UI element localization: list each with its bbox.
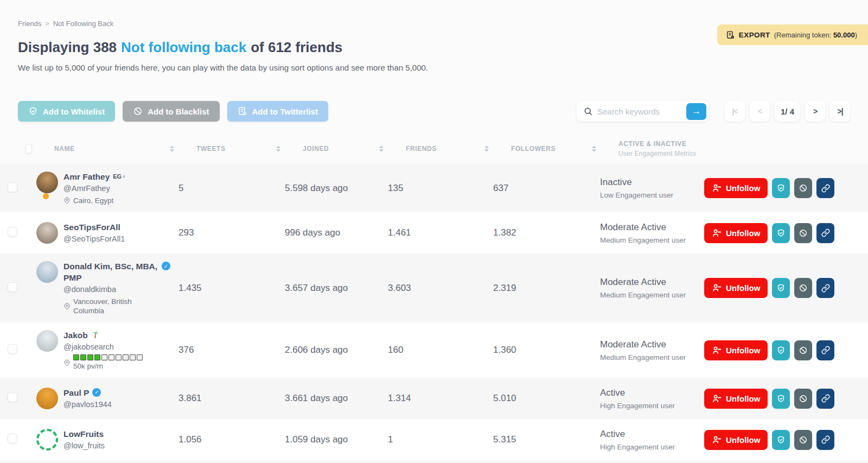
header-friends[interactable]: FRIENDS	[398, 145, 503, 153]
avatar[interactable]	[36, 222, 58, 244]
engagement-cell: Moderate Active Medium Engagement user	[592, 222, 701, 244]
user-name[interactable]: Jakob	[63, 329, 88, 341]
table-row: Donald Kim, BSc, MBA, PMP ✓ @donaldkimba…	[0, 253, 868, 322]
row-checkbox[interactable]	[8, 282, 17, 292]
sort-icon[interactable]	[276, 145, 280, 152]
sort-icon[interactable]	[484, 145, 489, 152]
followers-value: 1.382	[485, 227, 592, 238]
user-handle[interactable]: @SeoTipsForAll1	[63, 233, 125, 245]
user-name[interactable]: Amr Fathey	[63, 171, 110, 182]
user-name[interactable]: LowFruits	[63, 428, 104, 440]
block-button[interactable]	[794, 223, 812, 243]
title-highlight: Not following back	[121, 39, 246, 56]
avatar[interactable]	[36, 172, 58, 193]
row-actions: Unfollow	[701, 430, 868, 450]
unfollow-button[interactable]: Unfollow	[704, 430, 768, 450]
user-name[interactable]: SeoTipsForAll	[63, 221, 120, 233]
whitelist-button[interactable]	[772, 430, 790, 450]
pagination-prev-button[interactable]: <	[750, 101, 770, 122]
export-icon	[726, 30, 735, 40]
avatar[interactable]	[36, 261, 58, 283]
row-checkbox[interactable]	[8, 227, 17, 237]
avatar[interactable]	[36, 429, 58, 451]
block-icon	[799, 229, 808, 238]
status-dot-icon	[43, 193, 49, 199]
user-handle[interactable]: @donaldkimba	[63, 284, 170, 295]
breadcrumb-current: Not Following Back	[53, 20, 113, 28]
add-to-whitelist-button[interactable]: Add to Whitelist	[18, 101, 115, 122]
pagination-last-button[interactable]: >|	[830, 101, 850, 122]
pagination: |< < 1/ 4 > >|	[725, 101, 850, 122]
pagination-page-indicator: 1/ 4	[775, 101, 800, 122]
avatar[interactable]	[36, 388, 58, 409]
user-name[interactable]: Paul P	[63, 387, 89, 398]
whitelist-button[interactable]	[772, 223, 790, 243]
block-button[interactable]	[794, 278, 812, 298]
unfollow-button[interactable]: Unfollow	[704, 223, 768, 243]
shield-check-icon	[776, 346, 786, 355]
table-body: Amr Fathey EG♀ @AmrFathey Cairo, Egypt	[0, 164, 868, 463]
profile-link-button[interactable]	[816, 278, 834, 298]
search-input[interactable]	[597, 107, 686, 116]
profile-link-button[interactable]	[816, 223, 834, 243]
location-row: Cairo, Egypt	[63, 196, 126, 205]
engagement-cell: Active High Engagement user	[592, 388, 701, 410]
sort-icon[interactable]	[379, 145, 384, 152]
block-button[interactable]	[794, 389, 812, 409]
search-icon	[583, 106, 593, 116]
user-handle[interactable]: @pavlos1944	[63, 399, 112, 410]
user-handle[interactable]: @AmrFathey	[63, 183, 126, 194]
header-followers[interactable]: FOLLOWERS	[503, 145, 610, 153]
search-submit-button[interactable]: →	[686, 103, 706, 120]
unfollow-button[interactable]: Unfollow	[704, 340, 768, 360]
row-checkbox[interactable]	[8, 344, 17, 354]
search-box: →	[577, 101, 709, 122]
engagement-level: Medium Engagement user	[600, 236, 701, 244]
followers-value: 2.319	[485, 283, 592, 294]
block-button[interactable]	[794, 430, 812, 450]
activity-status: Active	[600, 388, 701, 398]
person-minus-icon	[712, 345, 722, 356]
profile-link-button[interactable]	[816, 430, 834, 450]
user-handle[interactable]: @jakobsearch	[63, 341, 143, 353]
profile-link-button[interactable]	[816, 340, 834, 360]
pagination-next-button[interactable]: >	[805, 101, 825, 122]
tweets-value: 1.435	[170, 283, 277, 294]
unfollow-button[interactable]: Unfollow	[704, 178, 768, 198]
row-checkbox[interactable]	[8, 434, 17, 443]
export-button[interactable]: EXPORT (Remaining token: 50.000)	[717, 24, 868, 45]
add-to-twitterlist-button[interactable]: Add to Twitterlist	[227, 101, 328, 122]
engagement-cell: Inactive Low Engagement user	[592, 177, 701, 199]
user-cell: Jakob @jakobsearch 50k pv/m	[28, 329, 170, 371]
select-all-checkbox[interactable]	[25, 144, 32, 154]
block-button[interactable]	[794, 340, 812, 360]
row-checkbox[interactable]	[8, 182, 17, 192]
row-checkbox[interactable]	[8, 392, 17, 402]
avatar[interactable]	[36, 330, 58, 352]
block-icon	[799, 394, 808, 403]
sort-icon[interactable]	[592, 145, 596, 152]
whitelist-button[interactable]	[772, 178, 790, 198]
user-location: 50k pv/m	[73, 361, 143, 371]
link-icon	[821, 229, 830, 237]
header-tweets[interactable]: TWEETS	[188, 145, 295, 153]
whitelist-button[interactable]	[772, 278, 790, 298]
block-button[interactable]	[794, 178, 812, 198]
whitelist-button[interactable]	[772, 389, 790, 409]
header-joined[interactable]: JOINED	[295, 145, 398, 153]
breadcrumb-friends[interactable]: Friends	[18, 20, 41, 28]
joined-value: 3.657 days ago	[277, 283, 380, 294]
unfollow-button[interactable]: Unfollow	[704, 278, 768, 298]
profile-link-button[interactable]	[816, 389, 834, 409]
activity-status: Moderate Active	[600, 339, 701, 350]
user-location: Cairo, Egypt	[73, 196, 113, 205]
add-to-blacklist-button[interactable]: Add to Blacklist	[123, 101, 219, 122]
header-name[interactable]: NAME	[46, 145, 188, 153]
whitelist-button[interactable]	[772, 340, 790, 360]
user-name[interactable]: Donald Kim, BSc, MBA, PMP	[63, 261, 158, 283]
profile-link-button[interactable]	[816, 178, 834, 198]
pagination-first-button[interactable]: |<	[725, 101, 745, 122]
user-handle[interactable]: @low_fruits	[63, 440, 105, 452]
unfollow-button[interactable]: Unfollow	[704, 389, 768, 409]
sort-icon[interactable]	[170, 145, 174, 152]
